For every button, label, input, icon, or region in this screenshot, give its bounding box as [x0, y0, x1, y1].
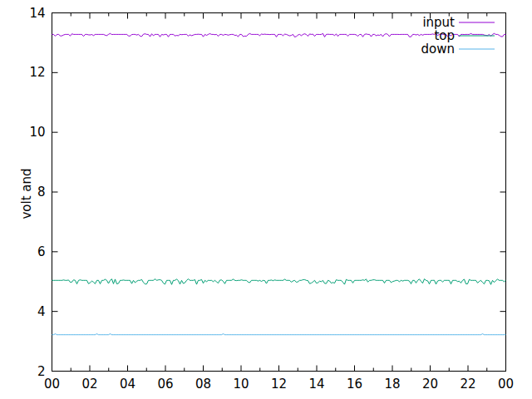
y-tick-label: 10 [29, 125, 45, 140]
x-tick-label: 00 [44, 377, 60, 392]
x-tick-label: 02 [81, 377, 97, 392]
y-tick-label: 6 [37, 244, 46, 259]
x-tick-label: 04 [120, 377, 135, 392]
y-tick-label: 4 [37, 304, 46, 319]
y-tick-label: 8 [37, 185, 46, 200]
x-tick-label: 10 [233, 377, 249, 392]
voltage-line-chart: 000204060810121416182022002468101214volt… [0, 0, 532, 399]
x-tick-label: 06 [157, 377, 173, 392]
plot-border [52, 13, 506, 372]
x-tick-label: 08 [195, 377, 211, 392]
x-tick-label: 20 [422, 377, 438, 392]
gnuplot-plot-window: 000204060810121416182022002468101214volt… [0, 0, 532, 399]
y-axis-title: volt and [19, 168, 34, 219]
x-tick-label: 00 [498, 377, 514, 392]
y-tick-label: 12 [29, 65, 45, 80]
y-tick-label: 2 [37, 364, 46, 379]
x-tick-label: 22 [460, 377, 475, 392]
series-line-top [52, 279, 506, 285]
x-tick-label: 12 [271, 377, 287, 392]
legend-label-down: down [421, 42, 455, 57]
series-line-down [52, 334, 506, 335]
x-tick-label: 14 [308, 377, 324, 392]
x-tick-label: 16 [347, 377, 362, 392]
x-tick-label: 18 [384, 377, 400, 392]
y-tick-label: 14 [29, 6, 45, 21]
